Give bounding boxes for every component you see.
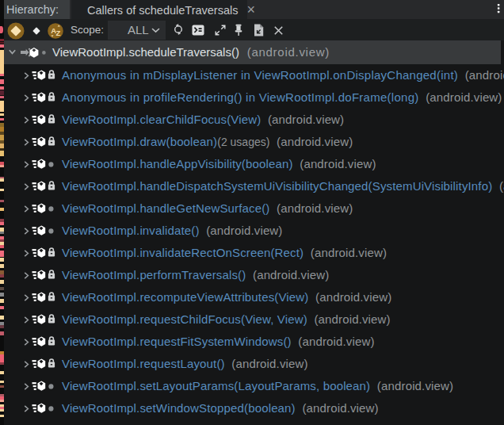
svg-text:Z: Z bbox=[55, 29, 60, 37]
